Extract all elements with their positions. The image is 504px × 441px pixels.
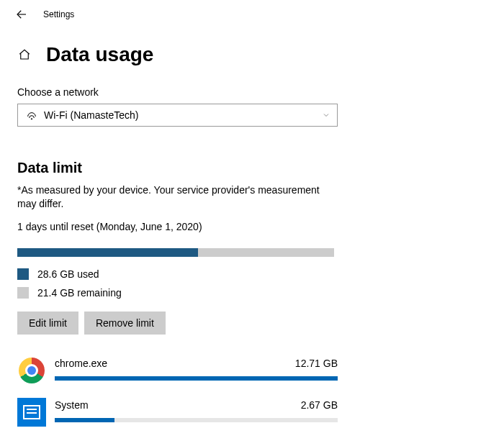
legend-used: 28.6 GB used bbox=[17, 268, 487, 280]
network-dropdown[interactable]: Wi-Fi (NamasteTech) bbox=[17, 104, 338, 127]
measurement-note: *As measured by your device. Your servic… bbox=[17, 183, 338, 211]
wifi-icon bbox=[25, 109, 38, 122]
edit-limit-button[interactable]: Edit limit bbox=[17, 312, 78, 335]
chevron-down-icon bbox=[321, 110, 331, 120]
system-icon bbox=[17, 398, 46, 427]
remaining-swatch bbox=[17, 287, 29, 299]
svg-point-1 bbox=[31, 119, 32, 119]
legend-remaining: 21.4 GB remaining bbox=[17, 287, 487, 299]
network-label: Choose a network bbox=[17, 86, 487, 98]
app-usage-bar bbox=[55, 376, 338, 381]
network-selected: Wi-Fi (NamasteTech) bbox=[44, 109, 321, 121]
app-usage-fill bbox=[55, 376, 338, 381]
app-title: Settings bbox=[43, 9, 74, 19]
app-row: System2.67 GB bbox=[17, 398, 338, 427]
usage-bar-fill bbox=[17, 248, 198, 257]
back-button[interactable] bbox=[14, 7, 29, 22]
reset-text: 1 days until reset (Monday, June 1, 2020… bbox=[17, 221, 487, 232]
home-icon[interactable] bbox=[17, 47, 32, 62]
app-name: System bbox=[55, 399, 89, 411]
used-swatch bbox=[17, 268, 29, 280]
app-name: chrome.exe bbox=[55, 358, 107, 369]
remaining-text: 21.4 GB remaining bbox=[37, 287, 122, 299]
app-row: chrome.exe12.71 GB bbox=[17, 356, 338, 385]
remove-limit-button[interactable]: Remove limit bbox=[84, 312, 166, 335]
used-text: 28.6 GB used bbox=[37, 268, 99, 280]
page-title: Data usage bbox=[46, 43, 153, 66]
app-amount: 2.67 GB bbox=[301, 399, 338, 411]
app-usage-bar bbox=[55, 418, 338, 422]
app-amount: 12.71 GB bbox=[295, 358, 338, 369]
app-usage-fill bbox=[55, 418, 114, 422]
data-limit-heading: Data limit bbox=[17, 160, 487, 176]
chrome-icon bbox=[17, 356, 46, 385]
usage-bar bbox=[17, 248, 334, 257]
